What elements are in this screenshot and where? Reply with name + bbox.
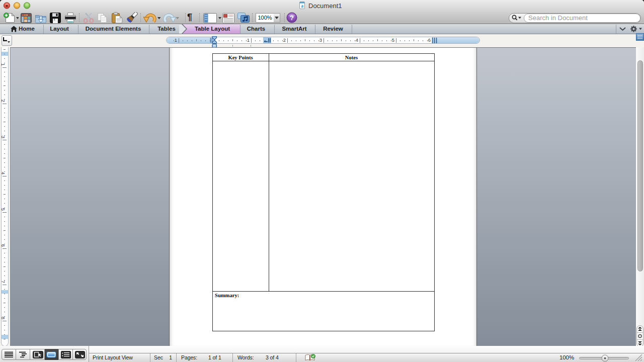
svg-text:a: a: [301, 4, 303, 9]
svg-text:?: ?: [290, 14, 294, 22]
